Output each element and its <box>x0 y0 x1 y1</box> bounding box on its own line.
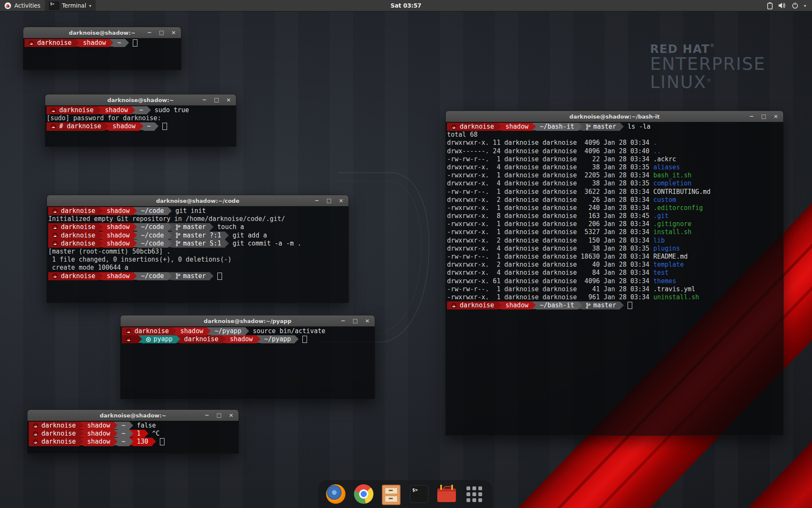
terminal-line: -rwxrwxr-x. 1 darknoise darknoise 5327 J… <box>447 228 783 236</box>
prompt-segment-host: shadow <box>103 272 133 280</box>
terminal-line: drwxrwxr-x. 2 darknoise darknoise 40 Jan… <box>447 261 783 269</box>
prompt-segment-path: ~/pyapp <box>211 327 245 335</box>
activities-button[interactable]: Activities <box>0 0 45 11</box>
powerline-arrow-icon <box>210 223 214 231</box>
powerline-arrow-icon <box>97 106 101 114</box>
close-button[interactable]: × <box>229 410 233 421</box>
close-button[interactable]: × <box>774 111 778 122</box>
powerline-arrow-icon <box>105 122 109 130</box>
prompt-segment-host: shadow <box>502 123 532 131</box>
terminal-content[interactable]: darknoiseshadow~falsedarknoiseshadow~1^C… <box>27 421 239 453</box>
output-text: drwxrwxr-x. 4 darknoise darknoise 38 Jan… <box>447 179 653 187</box>
powerline-arrow-icon <box>532 123 536 130</box>
titlebar[interactable]: darknoise@shadow:~/pyapp −□× <box>121 315 375 327</box>
brand-line-linux: LINUX® <box>650 72 765 91</box>
prompt-segment-path: ~ <box>113 39 125 47</box>
redhat-icon <box>126 337 132 342</box>
titlebar[interactable]: darknoise@shadow:~ −□× <box>23 27 181 39</box>
maximize-button[interactable]: □ <box>326 195 332 206</box>
terminal-line: drwxrwxr-x. 8 darknoise darknoise 163 Ja… <box>447 212 783 220</box>
terminal-line: [master (root-commit) 50bcb63] . <box>48 248 348 256</box>
dock-item-files[interactable] <box>381 484 401 504</box>
close-button[interactable]: × <box>365 315 370 326</box>
filename: custom <box>653 196 676 204</box>
prompt-segment-path: ~ <box>118 430 129 438</box>
activities-label: Activities <box>14 2 41 9</box>
powerline-arrow-icon <box>110 39 113 47</box>
powerline-arrow-icon <box>498 301 502 309</box>
prompt-segment-path: ~/code <box>137 207 167 215</box>
command-text: ^C <box>152 430 160 437</box>
terminal-cursor <box>133 39 137 47</box>
terminal-line: [sudo] password for darknoise: <box>47 114 236 122</box>
terminal-line: create mode 100644 a <box>48 264 348 272</box>
terminal-line: -rw-rw-r--. 1 darknoise darknoise 3622 J… <box>447 188 783 196</box>
filename: .ackrc <box>653 155 676 163</box>
window-title: darknoise@shadow:~ <box>69 30 135 36</box>
minimize-button[interactable]: − <box>341 315 346 326</box>
terminal-content[interactable]: darknoiseshadow~ <box>23 38 181 70</box>
desktop: RED HAT® ENTERPRISE LINUX® darknoise@sha… <box>0 0 812 508</box>
dock-item-toolbox[interactable] <box>437 484 456 504</box>
dock-item-firefox[interactable] <box>326 484 346 504</box>
prompt-segment-user: darknoise <box>48 232 99 240</box>
redhat-icon <box>50 124 56 130</box>
output-text: drwxrwxr-x. 11 darknoise darknoise 4096 … <box>447 139 653 146</box>
terminal-cursor <box>217 273 222 280</box>
titlebar[interactable]: darknoise@shadow:~/bash-it −□× <box>446 111 783 122</box>
minimize-button[interactable]: − <box>202 94 207 105</box>
git-branch-icon <box>176 240 181 246</box>
python-icon <box>146 337 151 342</box>
minimize-button[interactable]: − <box>315 195 319 206</box>
power-icon <box>792 2 798 9</box>
terminal-content[interactable]: darknoiseshadow~sudo true[sudo] password… <box>45 105 236 146</box>
titlebar[interactable]: darknoise@shadow:~/code −□× <box>47 195 348 207</box>
powerline-arrow-icon <box>99 272 103 280</box>
prompt-segment-path: ~/bash-it <box>536 301 578 309</box>
filename: template <box>653 261 684 268</box>
prompt-segment-user: darknoise <box>447 123 498 131</box>
terminal-line: # darknoiseshadow~ <box>47 122 236 130</box>
terminal-line: darknoiseshadow~/codegit init <box>48 207 348 215</box>
prompt-segment-user: darknoise <box>48 207 99 215</box>
prompt-segment-user: darknoise <box>47 106 97 114</box>
dock-item-terminal[interactable]: $> <box>409 484 429 504</box>
terminal-line: darknoiseshadow~ <box>25 39 181 47</box>
close-button[interactable]: × <box>226 94 231 105</box>
terminal-content[interactable]: darknoiseshadow~/codegit initInitialized… <box>47 206 348 303</box>
titlebar[interactable]: darknoise@shadow:~ −□× <box>27 410 239 421</box>
clock[interactable]: Sat 03:57 <box>391 2 422 9</box>
git-branch-icon <box>586 303 591 309</box>
powerline-arrow-icon <box>155 122 159 130</box>
minimize-button[interactable]: − <box>749 111 754 122</box>
dock-item-app-grid[interactable] <box>465 484 484 504</box>
close-button[interactable]: × <box>339 195 343 206</box>
dock-item-chrome[interactable] <box>354 484 373 504</box>
titlebar[interactable]: darknoise@shadow:~ −□× <box>45 94 236 106</box>
app-menu-terminal[interactable]: $> Terminal ▾ <box>45 0 96 11</box>
maximize-button[interactable]: □ <box>353 315 358 326</box>
terminal-line: drwxrwxr-x. 4 darknoise darknoise 38 Jan… <box>447 245 783 253</box>
system-status-area[interactable]: ▾ <box>767 2 812 9</box>
maximize-button[interactable]: □ <box>761 111 766 122</box>
terminal-line: drwxrwxr-x. 2 darknoise darknoise 26 Jan… <box>447 196 783 204</box>
maximize-button[interactable]: □ <box>214 94 219 105</box>
terminal-content[interactable]: darknoiseshadow~/bash-itmasterls -latota… <box>446 122 783 435</box>
minimize-button[interactable]: − <box>205 410 209 421</box>
powerline-arrow-icon <box>133 232 137 239</box>
output-text: total 68 <box>447 131 477 138</box>
redhat-icon <box>52 208 58 214</box>
powerline-arrow-icon <box>125 39 129 47</box>
terminal-line: drwxrwxr-x. 11 darknoise darknoise 4096 … <box>447 139 783 147</box>
terminal-line: -rw-rw-r--. 1 darknoise darknoise 22 Jan… <box>447 155 783 163</box>
git-branch-icon <box>586 124 591 130</box>
terminal-content[interactable]: darknoiseshadow~/pyappsource bin/activat… <box>121 326 375 399</box>
prompt-segment-user: darknoise <box>122 327 173 335</box>
maximize-button[interactable]: □ <box>217 410 222 421</box>
prompt-segment-user: darknoise <box>48 240 99 248</box>
close-button[interactable]: × <box>171 27 176 38</box>
maximize-button[interactable]: □ <box>159 27 164 38</box>
terminal-line: darknoiseshadow~/codemaster S:1git commi… <box>48 240 348 248</box>
powerline-arrow-icon <box>222 335 226 343</box>
minimize-button[interactable]: − <box>147 27 152 38</box>
